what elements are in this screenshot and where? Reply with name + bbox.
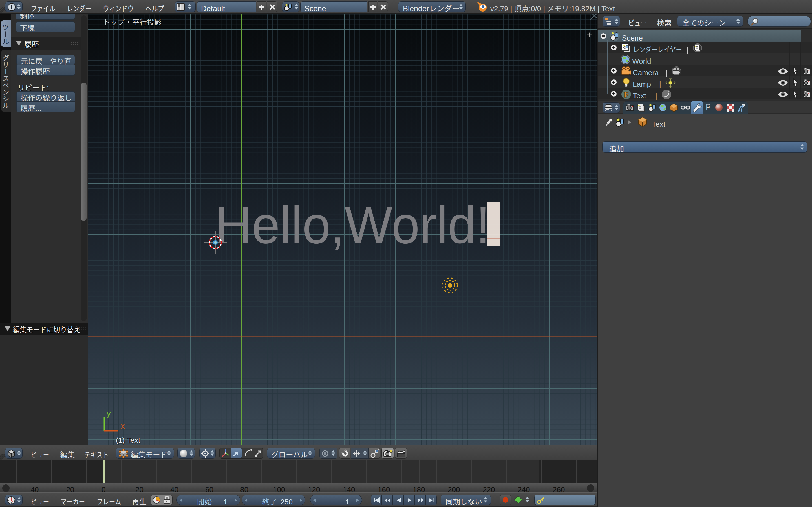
svg-text:x: x (121, 421, 125, 431)
svg-text:y: y (107, 409, 111, 418)
svg-text:i: i (11, 3, 13, 11)
svg-text:F: F (624, 90, 629, 99)
svg-text:F: F (705, 103, 711, 112)
